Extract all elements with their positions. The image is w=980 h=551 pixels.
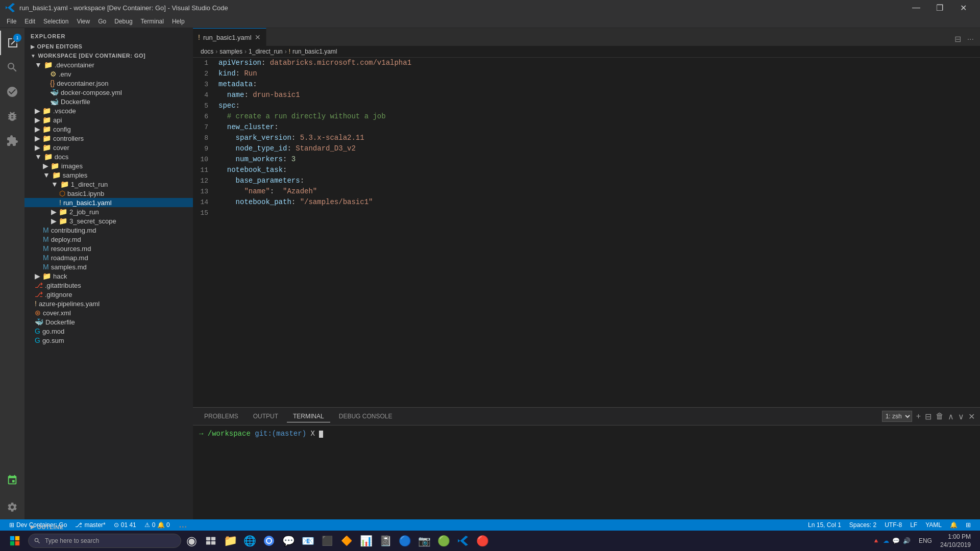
taskbar-redapp[interactable]: 🔴 bbox=[473, 532, 492, 550]
start-button[interactable] bbox=[3, 531, 27, 551]
tree-item-hack[interactable]: ▶ 📁 hack bbox=[24, 271, 193, 281]
more-actions-button[interactable]: ··· bbox=[965, 33, 976, 46]
terminal-shell-selector[interactable]: 1: zsh bbox=[882, 411, 912, 422]
menu-edit[interactable]: Edit bbox=[20, 15, 39, 28]
taskbar-photos[interactable]: 📷 bbox=[415, 532, 433, 550]
tray-icon-volume[interactable]: 🔊 bbox=[903, 537, 911, 544]
tree-item-cover-xml[interactable]: ⊛ cover.xml bbox=[24, 308, 193, 317]
close-panel-button[interactable]: ✕ bbox=[968, 412, 975, 421]
taskbar-file-explorer[interactable]: 📁 bbox=[221, 532, 239, 550]
taskbar-teams[interactable]: 💬 bbox=[279, 532, 298, 550]
taskbar-terminal-app[interactable]: ⬛ bbox=[318, 532, 336, 550]
tree-item-basic1-ipynb[interactable]: ⬡ basic1.ipynb bbox=[24, 189, 193, 198]
tray-icon-onedrive[interactable]: ☁ bbox=[883, 537, 889, 544]
taskbar-outlook[interactable]: 📧 bbox=[299, 532, 317, 550]
activity-source-control[interactable] bbox=[0, 80, 24, 104]
tree-item-images[interactable]: ▶ 📁 images bbox=[24, 161, 193, 170]
activity-settings[interactable] bbox=[0, 495, 24, 519]
status-spaces[interactable]: Spaces: 2 bbox=[845, 519, 880, 531]
open-editors-section[interactable]: ▶ OPEN EDITORS bbox=[24, 42, 193, 51]
tree-item-3-secret-scope[interactable]: ▶ 📁 3_secret_scope bbox=[24, 216, 193, 226]
close-button[interactable]: ✕ bbox=[951, 0, 975, 15]
split-terminal-button[interactable]: ⊟ bbox=[925, 412, 932, 421]
tray-icon-1[interactable]: 🔺 bbox=[872, 537, 880, 544]
status-position[interactable]: Ln 15, Col 1 bbox=[804, 519, 845, 531]
tree-item-vscode[interactable]: ▶ 📁 .vscode bbox=[24, 106, 193, 115]
workspace-section[interactable]: ▼ WORKSPACE [DEV CONTAINER: GO] bbox=[24, 51, 193, 60]
taskbar-chrome[interactable] bbox=[260, 532, 278, 550]
status-encoding[interactable]: UTF-8 bbox=[880, 519, 906, 531]
tree-item-1-direct-run[interactable]: ▼ 📁 1_direct_run bbox=[24, 180, 193, 189]
taskbar-onenote[interactable]: 📓 bbox=[376, 532, 395, 550]
tree-item-samples[interactable]: ▼ 📁 samples bbox=[24, 170, 193, 180]
menu-selection[interactable]: Selection bbox=[39, 15, 72, 28]
taskbar-search[interactable]: Type here to search bbox=[28, 534, 181, 548]
editor-content[interactable]: 1 apiVersion: databricks.microsoft.com/v… bbox=[193, 58, 980, 407]
tree-item-gitignore[interactable]: ⎇ .gitignore bbox=[24, 290, 193, 299]
taskbar-cortana[interactable]: ◉ bbox=[182, 532, 201, 550]
menu-help[interactable]: Help bbox=[168, 15, 189, 28]
tree-item-controllers[interactable]: ▶ 📁 controllers bbox=[24, 134, 193, 143]
menu-view[interactable]: View bbox=[72, 15, 94, 28]
tree-item-dockerfile-inner[interactable]: 🐋 Dockerfile bbox=[24, 97, 193, 106]
new-terminal-button[interactable]: + bbox=[916, 412, 921, 421]
menu-file[interactable]: File bbox=[3, 15, 20, 28]
status-language[interactable]: YAML bbox=[921, 519, 946, 531]
menu-debug[interactable]: Debug bbox=[110, 15, 136, 28]
activity-explorer[interactable]: 1 bbox=[0, 31, 24, 55]
taskbar-edge[interactable]: 🌐 bbox=[240, 532, 259, 550]
breadcrumb-1-direct-run[interactable]: 1_direct_run bbox=[249, 48, 283, 55]
menu-go[interactable]: Go bbox=[94, 15, 110, 28]
activity-debug[interactable] bbox=[0, 104, 24, 129]
tree-item-2-job-run[interactable]: ▶ 📁 2_job_run bbox=[24, 207, 193, 216]
tab-close-button[interactable]: ✕ bbox=[255, 33, 261, 41]
status-eol[interactable]: LF bbox=[906, 519, 921, 531]
taskbar-task-view[interactable] bbox=[202, 532, 220, 550]
tree-item-contributing-md[interactable]: M contributing.md bbox=[24, 226, 193, 235]
status-feedback[interactable]: ⊞ bbox=[962, 519, 975, 531]
tree-item-dockerfile-root[interactable]: 🐳 Dockerfile bbox=[24, 317, 193, 327]
minimize-button[interactable]: — bbox=[904, 0, 928, 15]
tree-item-samples-md[interactable]: M samples.md bbox=[24, 262, 193, 271]
editor-tab-run-basic1[interactable]: ! run_basic1.yaml ✕ bbox=[193, 28, 266, 46]
activity-extensions[interactable] bbox=[0, 129, 24, 153]
breadcrumb-docs[interactable]: docs bbox=[201, 48, 213, 55]
activity-remote[interactable] bbox=[0, 468, 24, 492]
tree-item-gitattributes[interactable]: ⎇ .gitattributes bbox=[24, 281, 193, 290]
activity-search[interactable] bbox=[0, 55, 24, 80]
tray-icon-teams[interactable]: 💬 bbox=[892, 537, 900, 544]
tab-debug-console[interactable]: DEBUG CONSOLE bbox=[333, 411, 399, 422]
taskbar-vscode[interactable] bbox=[454, 532, 472, 550]
split-editor-button[interactable]: ⊟ bbox=[952, 32, 963, 46]
tree-item-go-sum[interactable]: G go.sum bbox=[24, 336, 193, 345]
tree-item-docs[interactable]: ▼ 📁 docs bbox=[24, 152, 193, 161]
tree-item-api[interactable]: ▶ 📁 api bbox=[24, 115, 193, 124]
tree-item-cover[interactable]: ▶ 📁 cover bbox=[24, 143, 193, 152]
terminal-down-button[interactable]: ∨ bbox=[958, 412, 964, 421]
status-notifications[interactable]: 🔔 bbox=[946, 519, 962, 531]
tree-item-env[interactable]: ⚙ .env bbox=[24, 69, 193, 79]
taskbar-powerpoint[interactable]: 📊 bbox=[357, 532, 375, 550]
breadcrumb-filename[interactable]: run_basic1.yaml bbox=[292, 48, 337, 55]
tree-item-resources-md[interactable]: M resources.md bbox=[24, 244, 193, 253]
network-label[interactable]: ENG bbox=[917, 537, 934, 544]
tab-problems[interactable]: PROBLEMS bbox=[198, 411, 244, 422]
terminal-up-button[interactable]: ∧ bbox=[948, 412, 954, 421]
taskbar-app7[interactable]: 🔶 bbox=[337, 532, 356, 550]
tree-item-roadmap-md[interactable]: M roadmap.md bbox=[24, 253, 193, 262]
tree-item-deploy-md[interactable]: M deploy.md bbox=[24, 235, 193, 244]
tree-item-devcontainer[interactable]: ▼ 📁 .devcontainer bbox=[24, 60, 193, 69]
kill-terminal-button[interactable]: 🗑 bbox=[936, 412, 944, 421]
system-clock[interactable]: 1:00 PM 24/10/2019 bbox=[936, 533, 975, 549]
terminal-content[interactable]: → /workspace git:(master) X bbox=[193, 425, 980, 519]
taskbar-greenapp[interactable]: 🟢 bbox=[434, 532, 453, 550]
tab-output[interactable]: OUTPUT bbox=[247, 411, 284, 422]
tree-item-docker-compose[interactable]: 🐳 docker-compose.yml bbox=[24, 88, 193, 97]
taskbar-app10[interactable]: 🔵 bbox=[396, 532, 414, 550]
tree-item-run-basic1-yaml[interactable]: ! run_basic1.yaml bbox=[24, 198, 193, 207]
tree-item-go-mod[interactable]: G go.mod bbox=[24, 327, 193, 336]
tree-item-config[interactable]: ▶ 📁 config bbox=[24, 124, 193, 134]
maximize-button[interactable]: ❐ bbox=[928, 0, 951, 15]
tree-item-azure-pipelines[interactable]: ! azure-pipelines.yaml bbox=[24, 299, 193, 308]
breadcrumb-samples[interactable]: samples bbox=[219, 48, 242, 55]
